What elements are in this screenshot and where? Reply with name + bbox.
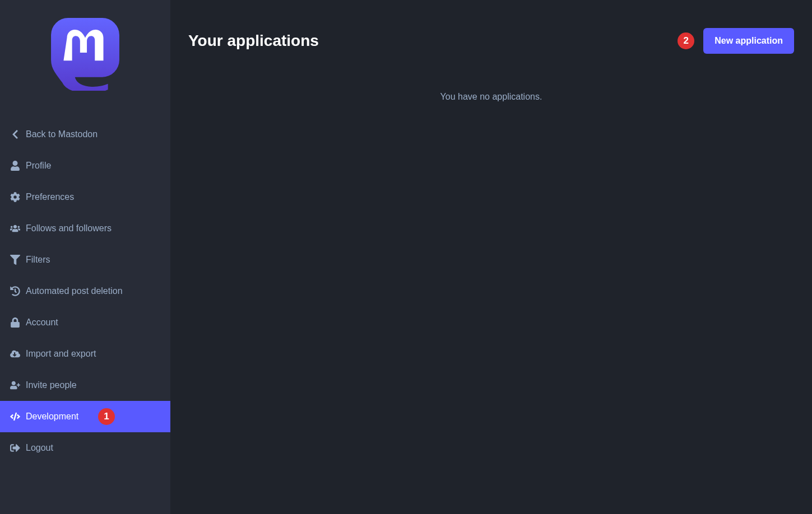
empty-state-message: You have no applications. — [188, 92, 794, 102]
sidebar-item-account[interactable]: Account — [0, 307, 170, 338]
sidebar-item-back[interactable]: Back to Mastodon — [0, 119, 170, 150]
gear-icon — [10, 192, 20, 202]
main-content: Your applications 2 New application You … — [170, 0, 812, 514]
mastodon-logo-icon — [51, 18, 119, 91]
chevron-left-icon — [10, 129, 20, 139]
sidebar: Back to Mastodon Profile Preferences Fol… — [0, 0, 170, 514]
sign-out-icon — [10, 443, 20, 453]
users-icon — [10, 223, 20, 233]
sidebar-item-automated-deletion[interactable]: Automated post deletion — [0, 275, 170, 307]
sidebar-item-label: Import and export — [26, 349, 96, 359]
history-icon — [10, 286, 20, 296]
sidebar-item-label: Follows and followers — [26, 223, 112, 233]
sidebar-item-label: Back to Mastodon — [26, 129, 98, 139]
annotation-badge-2: 2 — [678, 32, 694, 49]
sidebar-item-follows[interactable]: Follows and followers — [0, 213, 170, 244]
sidebar-item-label: Filters — [26, 255, 50, 265]
new-application-button[interactable]: New application — [703, 28, 794, 54]
header-row: Your applications 2 New application — [188, 28, 794, 54]
sidebar-item-label: Automated post deletion — [26, 286, 123, 296]
sidebar-item-development[interactable]: Development 1 — [0, 401, 170, 432]
sidebar-item-label: Invite people — [26, 380, 77, 390]
sidebar-item-profile[interactable]: Profile — [0, 150, 170, 181]
user-icon — [10, 161, 20, 171]
sidebar-item-label: Account — [26, 317, 58, 328]
annotation-badge-1: 1 — [98, 408, 115, 425]
sidebar-item-logout[interactable]: Logout — [0, 432, 170, 464]
cloud-download-icon — [10, 349, 20, 359]
sidebar-item-label: Development — [26, 412, 78, 422]
page-title: Your applications — [188, 32, 319, 50]
sidebar-item-filters[interactable]: Filters — [0, 244, 170, 275]
sidebar-item-import-export[interactable]: Import and export — [0, 338, 170, 370]
sidebar-item-label: Logout — [26, 443, 53, 453]
sidebar-item-invite[interactable]: Invite people — [0, 370, 170, 401]
lock-icon — [10, 317, 20, 328]
filter-icon — [10, 255, 20, 265]
code-icon — [10, 412, 20, 422]
user-plus-icon — [10, 380, 20, 390]
sidebar-item-label: Profile — [26, 161, 51, 171]
logo-area — [0, 0, 170, 119]
sidebar-item-preferences[interactable]: Preferences — [0, 181, 170, 213]
new-app-group: 2 New application — [678, 28, 794, 54]
sidebar-item-label: Preferences — [26, 192, 74, 202]
